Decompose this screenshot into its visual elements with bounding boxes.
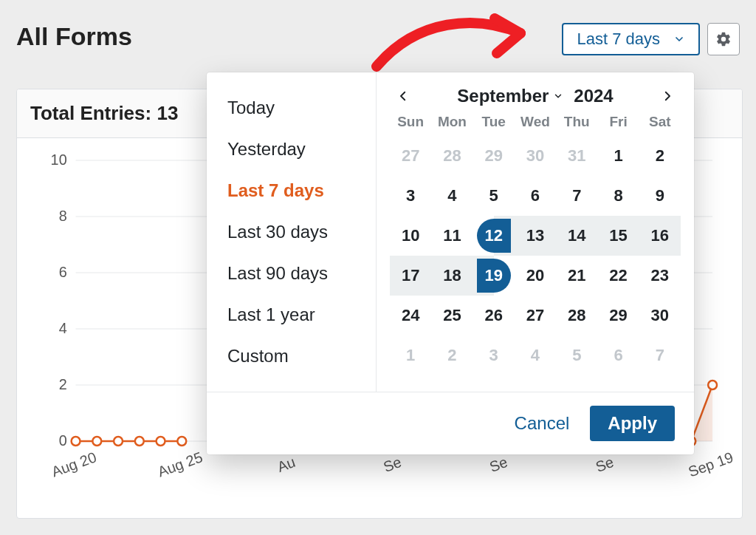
svg-text:Se: Se	[381, 454, 403, 475]
calendar-day[interactable]: 3	[390, 176, 431, 216]
svg-text:Se: Se	[594, 454, 616, 475]
svg-point-13	[92, 437, 101, 446]
calendar-day[interactable]: 28	[556, 296, 597, 335]
calendar-day[interactable]: 6	[597, 335, 639, 375]
dow-label: Mon	[431, 114, 472, 136]
calendar-day[interactable]: 19	[473, 256, 515, 296]
next-month-button[interactable]	[657, 86, 678, 106]
calendar-day[interactable]: 1	[390, 335, 431, 375]
svg-text:0: 0	[59, 432, 67, 449]
cancel-button[interactable]: Cancel	[515, 413, 570, 434]
preset-last_90[interactable]: Last 90 days	[207, 253, 376, 294]
calendar-day[interactable]: 18	[431, 256, 472, 296]
year-label: 2024	[574, 86, 613, 106]
calendar-day[interactable]: 15	[597, 216, 639, 256]
calendar-day[interactable]: 9	[639, 176, 681, 216]
svg-text:10: 10	[51, 151, 67, 168]
chevron-right-icon	[661, 89, 674, 103]
dow-label: Sat	[639, 114, 681, 136]
svg-text:Aug 25: Aug 25	[156, 449, 205, 480]
month-label: September	[457, 86, 549, 106]
calendar-day[interactable]: 13	[515, 216, 556, 256]
preset-last_year[interactable]: Last 1 year	[207, 294, 376, 335]
calendar-day[interactable]: 21	[556, 256, 597, 296]
dow-label: Sun	[390, 114, 431, 136]
prev-month-button[interactable]	[393, 86, 413, 106]
preset-last_30[interactable]: Last 30 days	[207, 211, 376, 253]
calendar-day[interactable]: 8	[597, 176, 639, 216]
svg-text:Aug 20: Aug 20	[49, 449, 99, 480]
calendar-day[interactable]: 17	[390, 256, 431, 296]
calendar-day[interactable]: 26	[473, 296, 515, 335]
calendar-day[interactable]: 20	[515, 256, 556, 296]
dow-label: Tue	[473, 114, 515, 136]
preset-list: TodayYesterdayLast 7 daysLast 30 daysLas…	[207, 72, 377, 392]
month-select[interactable]: September	[457, 86, 563, 106]
calendar-day[interactable]: 30	[639, 296, 681, 335]
calendar-day[interactable]: 28	[431, 136, 472, 176]
svg-point-15	[135, 437, 144, 446]
date-range-label: Last 7 days	[577, 30, 660, 49]
calendar-day[interactable]: 29	[597, 296, 639, 335]
calendar-day[interactable]: 24	[390, 296, 431, 335]
calendar: September 2024 SunMonTueWedThuFriSat2728…	[377, 72, 694, 392]
gear-icon	[715, 31, 732, 47]
calendar-day[interactable]: 23	[639, 256, 681, 296]
calendar-day[interactable]: 27	[515, 296, 556, 335]
dow-label: Wed	[515, 114, 556, 136]
calendar-day[interactable]: 5	[556, 335, 597, 375]
calendar-day[interactable]: 31	[556, 136, 597, 176]
calendar-day[interactable]: 6	[515, 176, 556, 216]
preset-today[interactable]: Today	[207, 87, 376, 129]
svg-text:6: 6	[59, 264, 67, 280]
preset-last_7[interactable]: Last 7 days	[207, 170, 376, 211]
svg-point-19	[708, 381, 717, 389]
calendar-day[interactable]: 7	[639, 335, 681, 375]
total-entries-label: Total Entries:	[30, 102, 151, 125]
dow-label: Thu	[556, 114, 597, 136]
calendar-day[interactable]: 7	[556, 176, 597, 216]
svg-point-14	[114, 437, 123, 446]
apply-button[interactable]: Apply	[590, 406, 675, 441]
date-range-button[interactable]: Last 7 days	[562, 23, 700, 55]
calendar-day[interactable]: 14	[556, 216, 597, 256]
calendar-day[interactable]: 2	[431, 335, 472, 375]
calendar-day[interactable]: 22	[597, 256, 639, 296]
chevron-left-icon	[396, 89, 410, 103]
svg-text:2: 2	[59, 376, 67, 392]
calendar-day[interactable]: 29	[473, 136, 515, 176]
total-entries-value: 13	[157, 102, 178, 125]
calendar-day[interactable]: 30	[515, 136, 556, 176]
chevron-down-icon	[673, 33, 685, 45]
svg-text:8: 8	[59, 208, 67, 224]
calendar-day[interactable]: 2	[639, 136, 681, 176]
svg-text:4: 4	[59, 320, 67, 336]
calendar-day[interactable]: 1	[597, 136, 639, 176]
calendar-day[interactable]: 27	[390, 136, 431, 176]
calendar-day[interactable]: 4	[515, 335, 556, 375]
calendar-day[interactable]: 25	[431, 296, 472, 335]
calendar-day[interactable]: 11	[431, 216, 472, 256]
calendar-day[interactable]: 10	[390, 216, 431, 256]
chevron-down-icon	[553, 91, 563, 101]
dow-label: Fri	[597, 114, 639, 136]
svg-point-16	[157, 437, 165, 446]
svg-point-12	[72, 437, 80, 446]
date-range-popover: TodayYesterdayLast 7 daysLast 30 daysLas…	[207, 72, 694, 454]
preset-yesterday[interactable]: Yesterday	[207, 129, 376, 170]
svg-point-17	[177, 437, 186, 446]
calendar-day[interactable]: 4	[431, 176, 472, 216]
calendar-day[interactable]: 3	[473, 335, 515, 375]
svg-text:Se: Se	[487, 454, 509, 475]
calendar-day[interactable]: 12	[473, 216, 515, 256]
svg-text:Au: Au	[275, 454, 298, 475]
settings-button[interactable]	[707, 23, 740, 55]
preset-custom[interactable]: Custom	[207, 335, 376, 377]
calendar-day[interactable]: 16	[639, 216, 681, 256]
calendar-day[interactable]: 5	[473, 176, 515, 216]
